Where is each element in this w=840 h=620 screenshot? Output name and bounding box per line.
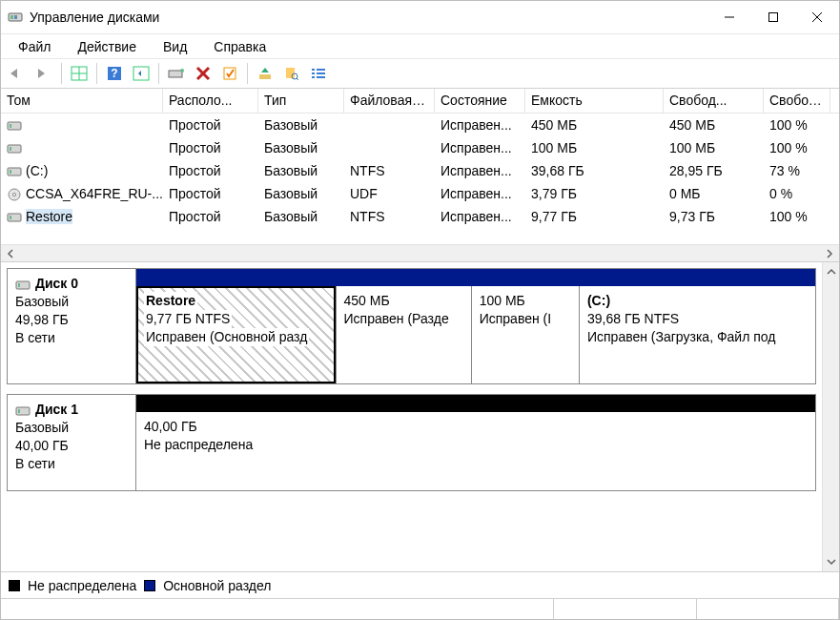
partition-status: Не распределена	[144, 437, 253, 452]
cell: 100 МБ	[664, 138, 764, 157]
cell: 3,79 ГБ	[525, 184, 664, 203]
cell: 39,68 ГБ	[525, 161, 664, 180]
delete-button[interactable]	[191, 61, 215, 86]
menu-action[interactable]: Действие	[64, 36, 150, 57]
col-volume[interactable]: Том	[1, 89, 163, 113]
statusbar-cell-2	[697, 599, 839, 619]
cell-text: 100 МБ	[531, 140, 577, 155]
svg-rect-1	[10, 15, 13, 19]
menu-view[interactable]: Вид	[150, 36, 200, 57]
back-button[interactable]	[5, 61, 30, 86]
disk-state: В сети	[15, 455, 128, 473]
scroll-down-icon[interactable]	[824, 554, 839, 569]
svg-point-35	[12, 193, 15, 196]
volume-row[interactable]: (C:)ПростойБазовыйNTFSИсправен...39,68 Г…	[1, 159, 839, 182]
col-free[interactable]: Свобод...	[664, 89, 764, 113]
statusbar	[1, 598, 839, 619]
cell-text: NTFS	[350, 209, 385, 224]
cell: 9,77 ГБ	[525, 207, 664, 226]
col-type[interactable]: Тип	[258, 89, 344, 113]
svg-rect-37	[10, 216, 11, 219]
partition-size: 100 МБ	[480, 293, 525, 308]
svg-rect-2	[14, 15, 17, 19]
cell: Простой	[163, 161, 258, 180]
partition[interactable]: 100 МБИсправен (I	[471, 286, 579, 383]
cell: Простой	[163, 115, 258, 134]
col-fs[interactable]: Файловая с...	[344, 89, 435, 113]
col-layout[interactable]: Располо...	[163, 89, 258, 113]
cell-text: CCSA_X64FRE_RU-...	[26, 186, 163, 201]
cell: 0 МБ	[664, 184, 764, 203]
list-button[interactable]	[306, 61, 331, 86]
partition[interactable]: 450 МБИсправен (Разде	[336, 286, 471, 383]
cell: 100 %	[764, 138, 830, 157]
disk-info[interactable]: Диск 0Базовый49,98 ГБВ сети	[8, 269, 136, 383]
svg-rect-18	[259, 74, 271, 79]
svg-text:?: ?	[111, 67, 117, 80]
partition[interactable]: (C:)39,68 ГБ NTFSИсправен (Загрузка, Фай…	[579, 286, 815, 383]
cell-text: 9,73 ГБ	[669, 209, 715, 224]
properties-button[interactable]	[217, 61, 242, 86]
cell-text: Исправен...	[440, 186, 512, 201]
col-capacity[interactable]: Емкость	[525, 89, 664, 113]
help-button[interactable]: ?	[102, 61, 127, 86]
legend-unallocated-swatch	[9, 580, 20, 591]
volume-row[interactable]: ПростойБазовыйИсправен...100 МБ100 МБ100…	[1, 136, 839, 159]
search-button[interactable]	[279, 61, 304, 86]
svg-line-21	[297, 78, 298, 80]
col-freepct[interactable]: Свобод...	[764, 89, 830, 113]
cell-text: Простой	[169, 163, 221, 178]
volumes-pane: Том Располо... Тип Файловая с... Состоян…	[1, 89, 839, 262]
partition-size: 9,77 ГБ NTFS	[144, 310, 232, 328]
window-title: Управление дисками	[30, 10, 159, 25]
forward-button[interactable]	[31, 61, 56, 86]
refresh-button[interactable]	[129, 61, 154, 86]
cell-text: (C:)	[26, 163, 48, 178]
cell: 100 МБ	[525, 138, 664, 157]
volume-row[interactable]: RestoreПростойБазовыйNTFSИсправен...9,77…	[1, 205, 839, 228]
menu-file[interactable]: Файл	[5, 36, 64, 57]
scroll-up-icon[interactable]	[824, 264, 839, 279]
menu-help[interactable]: Справка	[200, 36, 279, 57]
cell-text: 100 %	[769, 209, 808, 224]
grid-header: Том Располо... Тип Файловая с... Состоян…	[1, 89, 839, 114]
partition[interactable]: 40,00 ГБНе распределена	[136, 412, 815, 490]
svg-rect-4	[769, 13, 778, 22]
drive-icon	[7, 119, 22, 131]
partition-name: Restore	[144, 292, 197, 310]
col-status[interactable]: Состояние	[435, 89, 525, 113]
cell	[344, 123, 435, 127]
cell: UDF	[344, 184, 435, 203]
view-panes-button[interactable]	[67, 61, 92, 86]
cell: Простой	[163, 138, 258, 157]
partition-status: Исправен (Разде	[344, 311, 449, 326]
partition[interactable]: Restore9,77 ГБ NTFSИсправен (Основной ра…	[136, 286, 336, 383]
svg-rect-13	[169, 71, 182, 77]
cell: Базовый	[258, 207, 344, 226]
rescan-button[interactable]	[164, 61, 189, 86]
svg-point-14	[180, 69, 184, 72]
volume-row[interactable]: ПростойБазовыйИсправен...450 МБ450 МБ100…	[1, 114, 839, 136]
up-button[interactable]	[253, 61, 277, 86]
volume-row[interactable]: CCSA_X64FRE_RU-...ПростойБазовыйUDFИспра…	[1, 182, 839, 205]
legend-primary-swatch	[144, 580, 155, 591]
vertical-scrollbar[interactable]	[822, 262, 839, 571]
minimize-button[interactable]	[707, 3, 751, 31]
cell-text: Простой	[169, 117, 221, 133]
partition-size: 39,68 ГБ NTFS	[587, 311, 679, 326]
disk-info[interactable]: Диск 1Базовый40,00 ГБВ сети	[8, 395, 136, 490]
close-button[interactable]	[795, 3, 839, 31]
scroll-right-icon[interactable]	[822, 246, 837, 261]
svg-rect-41	[18, 409, 20, 413]
cell-text: Исправен...	[440, 163, 512, 178]
cell-text: 39,68 ГБ	[531, 163, 584, 178]
legend: Не распределена Основной раздел	[1, 571, 839, 598]
disk-management-window: Управление дисками Файл Действие Вид Спр…	[0, 0, 840, 620]
horizontal-scrollbar[interactable]	[1, 244, 839, 261]
cell: 28,95 ГБ	[664, 161, 764, 180]
scroll-left-icon[interactable]	[3, 246, 18, 261]
maximize-button[interactable]	[751, 3, 795, 31]
svg-rect-24	[312, 72, 315, 74]
svg-rect-19	[286, 68, 295, 78]
grid-body: ПростойБазовыйИсправен...450 МБ450 МБ100…	[1, 114, 839, 228]
